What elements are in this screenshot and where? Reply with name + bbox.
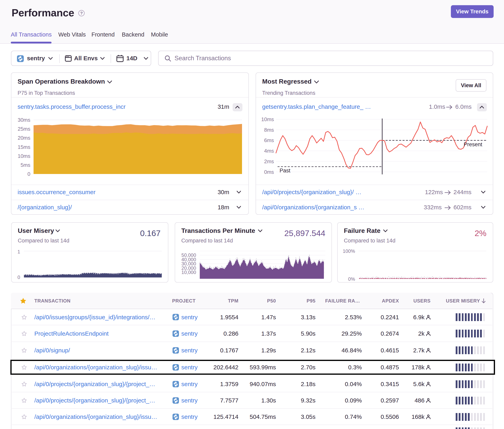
svg-text:0ms: 0ms xyxy=(264,169,274,175)
svg-text:1: 1 xyxy=(17,249,20,254)
svg-text:8ms: 8ms xyxy=(264,127,274,133)
svg-text:2ms: 2ms xyxy=(264,158,274,164)
svg-text:Present: Present xyxy=(464,141,482,148)
svg-text:100%: 100% xyxy=(343,248,355,254)
svg-text:0: 0 xyxy=(27,171,30,177)
svg-text:30ms: 30ms xyxy=(18,117,30,123)
svg-text:15ms: 15ms xyxy=(18,144,30,150)
svg-text:6ms: 6ms xyxy=(264,137,274,143)
svg-text:5ms: 5ms xyxy=(21,162,30,168)
svg-text:0%: 0% xyxy=(348,276,355,282)
svg-text:10ms: 10ms xyxy=(18,153,30,159)
svg-text:25ms: 25ms xyxy=(18,126,30,132)
svg-text:0: 0 xyxy=(17,275,20,280)
svg-text:4ms: 4ms xyxy=(264,148,274,154)
svg-text:20ms: 20ms xyxy=(18,135,30,141)
svg-text:10,000: 10,000 xyxy=(181,270,196,275)
svg-text:10ms: 10ms xyxy=(261,116,274,122)
svg-text:Past: Past xyxy=(279,168,290,174)
